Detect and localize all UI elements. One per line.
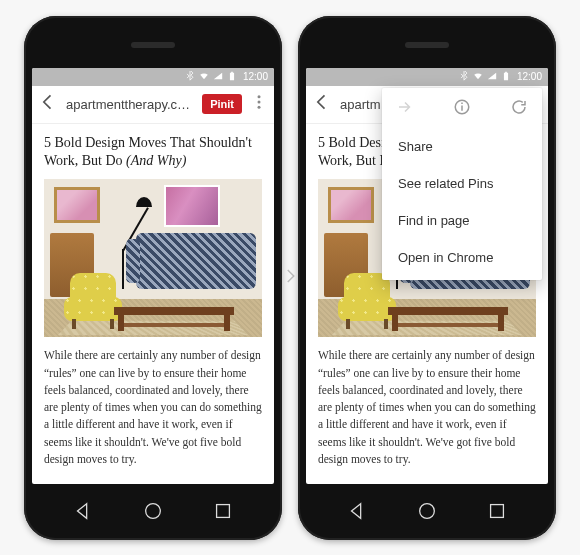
forward-icon [396,98,414,120]
status-bar: 12:00 [306,68,548,86]
signal-icon [487,71,497,83]
article-hero-image [44,179,262,337]
status-time: 12:00 [243,71,268,82]
screen-right: 12:00 apartm 5 Bold Design Moves That Sh… [306,68,548,484]
menu-icon-row [382,88,542,128]
back-button[interactable] [312,92,332,116]
menu-item-find-in-page[interactable]: Find in page [382,202,542,239]
phone-left: 12:00 apartmenttherapy.com Pinit 5 Bold … [24,16,282,540]
svg-point-3 [146,503,161,518]
svg-rect-7 [461,102,463,104]
pinit-button[interactable]: Pinit [202,94,242,114]
svg-point-8 [420,503,435,518]
svg-rect-4 [217,504,230,517]
svg-point-1 [258,101,261,104]
nav-back-icon[interactable] [346,500,368,526]
svg-point-0 [258,95,261,98]
android-navbar [298,500,556,526]
android-navbar [24,500,282,526]
battery-icon [227,71,237,83]
article-headline: 5 Bold Design Moves That Shouldn't Work,… [44,134,262,172]
bluetooth-icon [459,71,469,83]
svg-rect-9 [491,504,504,517]
page-content: 5 Bold Design Moves That Shouldn't Work,… [32,124,274,484]
chevron-right-icon [281,267,299,289]
phone-speaker [131,42,175,48]
article-body: While there are certainly any number of … [318,347,536,468]
nav-recent-icon[interactable] [486,500,508,526]
status-bar: 12:00 [32,68,274,86]
nav-back-icon[interactable] [72,500,94,526]
menu-item-related-pins[interactable]: See related Pins [382,165,542,202]
info-icon[interactable] [453,98,471,120]
battery-icon [501,71,511,83]
menu-item-open-in-chrome[interactable]: Open in Chrome [382,239,542,276]
nav-home-icon[interactable] [416,500,438,526]
nav-recent-icon[interactable] [212,500,234,526]
url-domain[interactable]: apartmenttherapy.com [66,97,194,112]
bluetooth-icon [185,71,195,83]
refresh-icon[interactable] [510,98,528,120]
svg-point-2 [258,106,261,109]
nav-home-icon[interactable] [142,500,164,526]
svg-rect-6 [461,105,463,110]
wifi-icon [473,71,483,83]
wifi-icon [199,71,209,83]
browser-toolbar: apartmenttherapy.com Pinit [32,86,274,124]
screen-left: 12:00 apartmenttherapy.com Pinit 5 Bold … [32,68,274,484]
back-button[interactable] [38,92,58,116]
article-body: While there are certainly any number of … [44,347,262,468]
phone-speaker [405,42,449,48]
status-time: 12:00 [517,71,542,82]
headline-paren: (And Why) [126,153,186,168]
menu-item-share[interactable]: Share [382,128,542,165]
phone-right: 12:00 apartm 5 Bold Design Moves That Sh… [298,16,556,540]
overflow-menu-button[interactable] [250,93,268,115]
overflow-menu: Share See related Pins Find in page Open… [382,88,542,280]
signal-icon [213,71,223,83]
